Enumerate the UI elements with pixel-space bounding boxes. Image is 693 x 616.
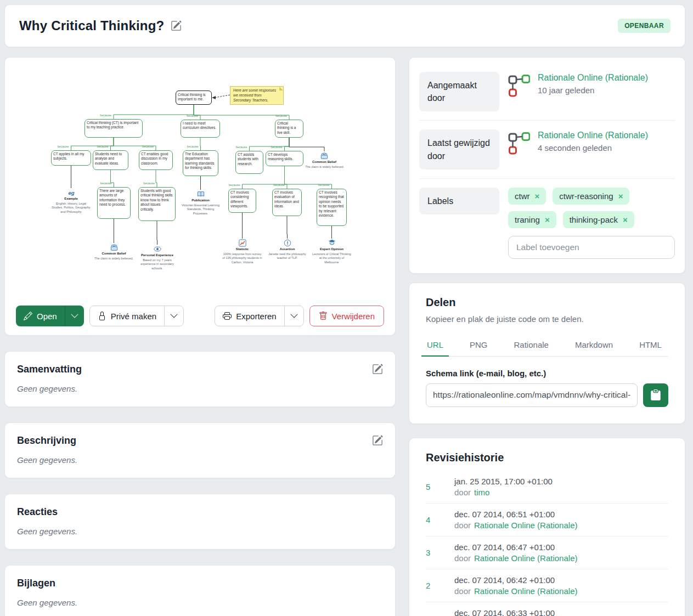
map-node-A3b-personal-experience: Personal ExperienceBased on my 7 years e… (136, 245, 178, 270)
map-node-B1: The Education department has learning st… (183, 150, 218, 176)
because-connector-label: because (95, 114, 111, 117)
rationale-logo-icon (508, 74, 530, 111)
map-node-note: Here are some responses we received from… (230, 86, 284, 105)
created-by-user-link[interactable]: Rationale Online (Rationale) (538, 72, 648, 84)
attachments-section: Bijlagen Geen gegevens. (4, 565, 396, 616)
map-node-A1: CT applies in all my subjects. (51, 150, 91, 166)
comments-section: Reacties Geen gegevens. (4, 494, 396, 550)
map-node-A1b-example: egExampleEnglish, History, Legal Studies… (51, 189, 91, 214)
share-link-label: Schema link (e-mail, blog, etc.) (426, 369, 668, 378)
edit-title-icon[interactable] (171, 20, 182, 31)
revision-number[interactable]: 1 (426, 608, 454, 616)
description-section: Beschrijving Geen gegevens. (4, 422, 396, 478)
revision-door-label: door (454, 488, 471, 497)
remove-label-icon[interactable]: × (535, 191, 540, 201)
because-connector-label: because (182, 145, 199, 148)
argument-map-preview[interactable]: Critical thinking is important to me.Her… (5, 61, 395, 303)
open-dropdown-toggle[interactable] (65, 306, 84, 326)
export-dropdown-toggle[interactable] (284, 306, 303, 326)
revision-number[interactable]: 2 (426, 575, 454, 596)
share-url-input[interactable] (426, 383, 638, 407)
share-tab-url[interactable]: URL (426, 336, 444, 356)
edit-description-icon[interactable] (372, 435, 383, 446)
summary-section: Samenvatting Geen gegevens. (4, 351, 396, 407)
modified-by-user-link[interactable]: Rationale Online (Rationale) (538, 129, 648, 142)
map-node-D1b-statistic: Statistic100% response from survey of 13… (222, 239, 262, 264)
personal-experience-icon (154, 245, 161, 253)
map-node-B1b-publication: PublicationVictorian Essential Learning … (181, 190, 221, 216)
make-private-label: Privé maken (111, 312, 156, 321)
trash-icon (319, 312, 328, 320)
make-private-button[interactable]: Privé maken (90, 306, 164, 326)
revision-date: jan. 25 2015, 17:00 +01:00 (454, 477, 553, 486)
map-node-A2a: There are large amounts of information t… (97, 187, 131, 219)
revision-history-card: Revisiehistorie 5jan. 25 2015, 17:00 +01… (409, 438, 685, 616)
share-card: Delen Kopieer en plak de juiste code om … (409, 282, 685, 424)
map-node-A3a: Students with good critical thinking ski… (138, 187, 176, 221)
revision-history-title: Revisiehistorie (426, 451, 668, 464)
label-pill: ctwr× (508, 188, 546, 205)
revision-author-link[interactable]: Rationale Online (Rationale) (474, 586, 577, 596)
because-connector-label: because (137, 145, 154, 148)
common-belief-icon (110, 244, 118, 251)
export-label: Exporteren (236, 312, 276, 321)
share-tab-png[interactable]: PNG (469, 336, 489, 356)
label-pill-text: traning (515, 215, 540, 224)
map-node-CB1-common-belief: Common BeliefThe claim is widely believe… (305, 152, 344, 169)
revision-row: 4dec. 07 2014, 06:51 +01:00doorRationale… (426, 503, 668, 536)
share-tab-markdown[interactable]: Markdown (574, 336, 614, 356)
labels-row: Labels ctwr×ctwr-reasoning×traning×think… (419, 178, 675, 268)
because-connector-label: because (231, 145, 247, 149)
modified-by-label: Laatst gewijzigd door (419, 129, 499, 169)
map-node-A3: CT enables good discussion in my classro… (139, 150, 173, 170)
map-node-A2: Students need to analyse and evaluate id… (93, 150, 128, 170)
open-button[interactable]: Open (16, 306, 65, 326)
revision-door-label: door (454, 521, 471, 530)
revision-row: 5jan. 25 2015, 17:00 +01:00doortimo (426, 471, 668, 503)
label-pill: traning× (508, 211, 556, 228)
summary-empty-text: Geen gegevens. (17, 384, 383, 393)
delete-label: Verwijderen (332, 312, 375, 321)
statistic-icon (239, 239, 246, 247)
revision-author-link[interactable]: Rationale Online (Rationale) (474, 553, 577, 563)
chevron-down-icon (290, 312, 298, 320)
export-split-button: Exporteren (215, 306, 303, 326)
revision-author-link[interactable]: Rationale Online (Rationale) (474, 521, 577, 530)
make-private-split-button: Privé maken (89, 306, 184, 326)
delete-button[interactable]: Verwijderen (309, 306, 384, 326)
clipboard-icon (650, 389, 661, 400)
labels-label: Labels (419, 188, 499, 214)
open-button-label: Open (37, 312, 57, 321)
remove-label-icon[interactable]: × (618, 191, 623, 201)
export-button[interactable]: Exporteren (215, 306, 284, 326)
because-connector-label: because (271, 114, 287, 117)
revision-list: 5jan. 25 2015, 17:00 +01:00doortimo4dec.… (426, 471, 668, 616)
because-connector-label: because (313, 183, 330, 187)
share-title: Delen (426, 296, 668, 309)
attachments-title: Bijlagen (17, 578, 55, 589)
because-connector-label: because (95, 182, 112, 185)
revision-number[interactable]: 4 (426, 510, 454, 530)
expert-opinion-icon (328, 239, 336, 247)
copy-link-button[interactable] (643, 383, 668, 407)
edit-summary-icon[interactable] (372, 364, 383, 375)
label-pill-text: ctwr (515, 191, 530, 201)
revision-number[interactable]: 3 (426, 542, 454, 563)
revision-author-link[interactable]: timo (474, 488, 489, 497)
remove-label-icon[interactable]: × (623, 215, 628, 224)
share-tab-rationale[interactable]: Rationale (513, 336, 550, 356)
share-tab-html[interactable]: HTML (638, 336, 663, 356)
remove-label-icon[interactable]: × (545, 215, 550, 224)
because-connector-label: because (266, 145, 283, 149)
share-tabs: URLPNGRationaleMarkdownHTML (426, 336, 668, 357)
label-pills: ctwr×ctwr-reasoning×traning×thinking-pac… (508, 188, 675, 228)
make-private-dropdown-toggle[interactable] (164, 306, 183, 326)
page-title: Why Critical Thinking? (19, 18, 164, 33)
revision-date: dec. 07 2014, 06:33 +01:00 (454, 608, 577, 616)
add-label-input[interactable] (508, 236, 675, 259)
because-connector-label: because (53, 145, 69, 148)
example-icon: eg (67, 189, 75, 196)
because-connector-label: because (224, 183, 240, 187)
revision-number[interactable]: 5 (426, 477, 454, 497)
map-node-D3b-expert-opinion: Expert OpinionLecturers of Critical Thin… (312, 239, 352, 264)
